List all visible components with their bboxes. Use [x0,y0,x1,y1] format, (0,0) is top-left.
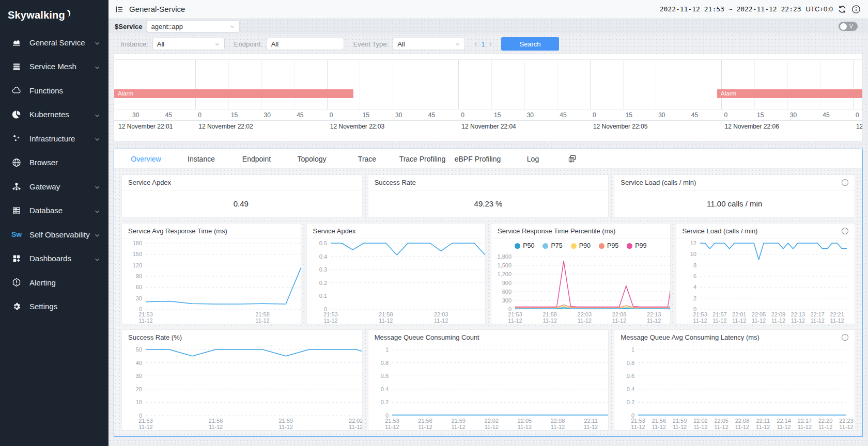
sidebar-item-functions[interactable]: Functions [0,78,109,103]
sidebar-item-database[interactable]: Database [0,199,109,223]
tab-endpoint[interactable]: Endpoint [229,155,284,163]
timeline-second-ticks: 3045015304501530450153045015304501530450 [114,109,862,121]
sidebar-item-dashboards[interactable]: Dashboards [0,247,109,271]
sidebar-item-gateway[interactable]: Gateway [0,174,109,199]
svg-text:0.8: 0.8 [627,360,634,366]
dashboard-panel: OverviewInstanceEndpointTopologyTraceTra… [114,149,863,437]
endpoint-input[interactable]: All [267,38,344,50]
svg-text:11-12: 11-12 [451,424,465,430]
timeline-tick-label: 45 [560,112,566,119]
tab-log[interactable]: Log [505,155,561,163]
info-icon[interactable] [851,5,861,14]
alert-icon [11,277,22,288]
svg-text:11-12: 11-12 [517,424,531,430]
svg-text:22:02: 22:02 [693,418,708,424]
timeline-tick-label: 15 [494,112,501,119]
sidebar-item-settings[interactable]: Settings [0,295,109,319]
chart-title: Service Avg Response Time (ms) [122,224,301,239]
svg-text:11-12: 11-12 [349,424,363,430]
prev-page-button[interactable]: ‹ [470,39,481,49]
timeline-tick-label: 45 [691,112,698,119]
info-icon[interactable] [841,179,849,187]
charts-row-2: Success Rate (%)5040302010021:5311-1221:… [121,329,855,431]
event-type-select-value: All [397,40,405,48]
timeline-tick-label: 45 [297,112,303,119]
timeline-tick-label: 0 [461,112,464,119]
metric-card-service-apdex: Service Apdex0.49 [121,174,363,218]
info-icon[interactable] [841,333,849,342]
sidebar-item-label: Dashboards [29,254,94,263]
svg-text:6: 6 [693,273,696,279]
skywalking-logo: Skywalking [0,5,109,30]
page-number[interactable]: 1 [481,40,485,48]
sidebar-item-service-mesh[interactable]: Service Mesh [0,55,109,79]
time-range[interactable]: 2022-11-12 21:53 ~ 2022-11-12 22:23 [660,5,801,13]
sidebar-item-label: Browser [29,158,100,167]
sidebar-item-label: Functions [29,86,100,95]
svg-text:21:53: 21:53 [323,311,338,317]
tab-topology[interactable]: Topology [284,155,339,163]
timeline-date-label: 12 November 22:04 [461,123,516,130]
tab-trace[interactable]: Trace [339,155,395,163]
timeline-tick-label: 30 [527,112,534,119]
chart-title: Message Queue Consuming Count [368,330,609,345]
sidebar-item-browser[interactable]: Browser [0,151,109,175]
timeline-tick-label: 30 [790,112,797,119]
tab-ebpf-profiling[interactable]: eBPF Profiling [450,155,505,163]
timeline-date-label: 12 November 22:01 [118,123,173,130]
svg-text:11-12: 11-12 [543,317,557,324]
refresh-icon[interactable] [838,5,847,14]
alarm-event-bar[interactable]: Alarm [114,89,353,98]
sidebar-item-alerting[interactable]: Alerting [0,270,109,295]
svg-text:0.4: 0.4 [319,253,327,260]
timezone-label[interactable]: UTC+0:0 [806,5,833,13]
event-type-select[interactable]: All [393,38,465,50]
chart-title: Service Apdex [307,224,486,239]
timeline-tick-label: 45 [165,112,172,119]
tab-trace-profiling[interactable]: Trace Profiling [395,155,450,163]
endpoint-input-value: All [271,40,278,48]
chevron-down-icon [94,39,100,45]
tab-instance[interactable]: Instance [174,155,229,163]
svg-text:11-12: 11-12 [323,317,337,324]
next-page-button[interactable]: › [485,39,496,49]
timeline-tick-label: 45 [823,112,829,119]
tab-overview[interactable]: Overview [118,155,174,163]
svg-text:22:02: 22:02 [484,418,499,424]
svg-text:21:53: 21:53 [508,311,522,317]
alarm-event-label: Alarm [717,89,862,98]
gear-icon [11,301,22,312]
timeline-date-labels: 12 November 22:0112 November 22:0212 Nov… [114,121,862,132]
toggle-knob [840,23,847,30]
timeline-gridline [820,60,820,109]
info-icon[interactable] [841,227,849,235]
svg-text:22:03: 22:03 [578,311,592,317]
svg-text:11-12: 11-12 [209,424,223,430]
svg-text:11-12: 11-12 [385,424,399,430]
alarm-event-bar[interactable]: Alarm [717,89,862,98]
chevron-down-icon [94,63,100,70]
copy-dashboard-icon[interactable] [568,154,577,164]
sidebar-collapse-icon[interactable] [115,5,124,14]
sidebar-item-label: Settings [29,302,100,311]
metric-value: 49.23% [368,190,609,216]
search-button[interactable]: Search [501,37,559,51]
chevron-down-icon [94,208,100,214]
timeline-tick-label: 45 [428,112,435,119]
dashboard-tabs: OverviewInstanceEndpointTopologyTraceTra… [114,149,862,169]
svg-text:11-12: 11-12 [694,424,708,430]
sidebar-item-kubernetes[interactable]: Kubernetes [0,103,109,127]
sidebar-item-general-service[interactable]: General Service [0,30,109,55]
sidebar-item-infrastructure[interactable]: Infrastructure [0,126,109,151]
chart-plot-area: 5040302010021:5311-1221:5611-1221:5911-1… [122,345,362,431]
version-toggle[interactable]: V [839,22,858,31]
service-select[interactable]: agent::app [147,20,240,33]
chart-legend: P50P75P90P95P99 [491,239,670,252]
instance-select[interactable]: All [152,38,225,50]
timeline-tick-label: 30 [658,112,665,119]
sidebar-item-self-observability[interactable]: SwSelf Observability [0,222,109,247]
svg-text:4: 4 [693,284,696,290]
chevron-down-icon [94,112,100,118]
chart-plot-area: 1,8001,5001,200900600300021:5311-1221:58… [491,252,670,324]
svg-text:21:53: 21:53 [138,311,153,317]
